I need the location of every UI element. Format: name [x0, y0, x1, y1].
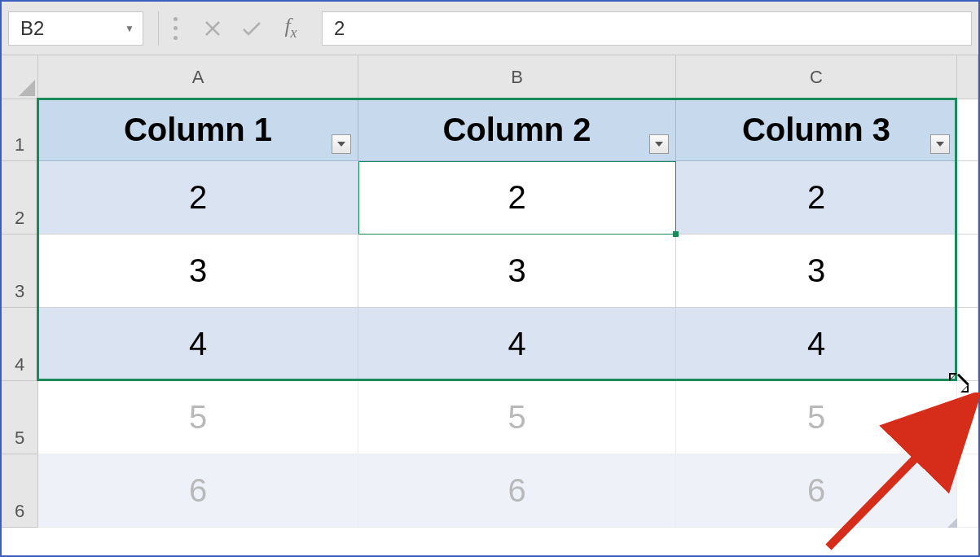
filter-dropdown-col2[interactable] — [649, 134, 669, 154]
column-header-B[interactable]: B — [358, 55, 676, 99]
formula-value: 2 — [334, 17, 345, 40]
formula-bar: B2 ▼ fx 2 — [2, 2, 978, 55]
insert-function-button[interactable]: fx — [271, 11, 310, 46]
cell-A4[interactable]: 4 — [38, 308, 358, 381]
cell-blank[interactable] — [957, 381, 978, 454]
row-header-3[interactable]: 3 — [2, 235, 37, 308]
column-header-blank[interactable] — [957, 55, 978, 99]
cell-blank[interactable] — [957, 454, 978, 528]
cell-blank[interactable] — [957, 235, 978, 308]
cell-A6[interactable]: 6 — [38, 454, 358, 528]
worksheet-grid[interactable]: A B C 1 2 3 4 5 6 Column 1 Column 2 — [2, 55, 978, 555]
table-row: 3 3 3 — [38, 235, 978, 308]
enter-formula-button[interactable] — [232, 11, 271, 46]
cell-value: 3 — [508, 252, 525, 289]
cell-C2[interactable]: 2 — [676, 161, 957, 235]
cell-C6[interactable]: 6 — [676, 454, 957, 528]
header-label: Column 1 — [124, 112, 272, 148]
cell-value: 4 — [508, 326, 525, 362]
filter-dropdown-col1[interactable] — [332, 134, 351, 154]
cell-blank[interactable] — [957, 99, 978, 161]
cell-blank[interactable] — [957, 161, 978, 235]
column-headers: A B C — [38, 55, 978, 99]
filter-dropdown-col3[interactable] — [930, 134, 950, 154]
table-header-col2[interactable]: Column 2 — [358, 99, 676, 161]
cell-value: 5 — [508, 399, 525, 436]
cell-B3[interactable]: 3 — [358, 235, 676, 308]
cell-area[interactable]: Column 1 Column 2 Column 3 2 2 2 — [38, 99, 978, 555]
cell-C3[interactable]: 3 — [676, 235, 957, 308]
check-icon — [241, 20, 262, 37]
cell-value: 6 — [807, 472, 825, 509]
cell-B4[interactable]: 4 — [358, 308, 676, 381]
cell-B2[interactable]: 2 — [358, 161, 676, 235]
cell-value: 2 — [189, 179, 207, 216]
cell-value: 6 — [508, 472, 525, 509]
table-row: 2 2 2 — [38, 161, 978, 235]
cell-A5[interactable]: 5 — [38, 381, 358, 454]
divider — [158, 11, 159, 46]
name-box[interactable]: B2 ▼ — [8, 11, 143, 46]
cell-B6[interactable]: 6 — [358, 454, 676, 528]
cell-value: 3 — [807, 252, 825, 289]
cell-C4[interactable]: 4 — [676, 308, 957, 381]
table-header-col1[interactable]: Column 1 — [38, 99, 358, 161]
table-header-col3[interactable]: Column 3 — [676, 99, 957, 161]
cell-value: 6 — [189, 472, 207, 509]
cancel-formula-button[interactable] — [193, 11, 232, 46]
cell-value: 2 — [508, 179, 525, 216]
header-label: Column 3 — [742, 112, 890, 148]
excel-window: B2 ▼ fx 2 A B C 1 2 3 4 5 — [0, 0, 980, 557]
cell-value: 2 — [807, 179, 825, 216]
fx-icon: fx — [284, 14, 297, 42]
cell-blank[interactable] — [957, 308, 978, 381]
table-row: 4 4 4 — [38, 308, 978, 381]
cell-value: 4 — [807, 326, 825, 362]
row-header-6[interactable]: 6 — [2, 454, 37, 528]
name-box-value: B2 — [20, 17, 44, 40]
grip-dots-icon — [174, 17, 178, 40]
select-all-corner[interactable] — [2, 55, 38, 99]
header-label: Column 2 — [442, 112, 591, 148]
cell-value: 5 — [807, 399, 825, 436]
table-row-ghost: 5 5 5 — [38, 381, 978, 454]
table-row-ghost: 6 6 6 — [38, 454, 978, 528]
cell-C5[interactable]: 5 — [676, 381, 957, 454]
cell-value: 5 — [189, 399, 207, 436]
cell-value: 3 — [189, 252, 207, 289]
chevron-down-icon: ▼ — [125, 23, 134, 34]
cell-B5[interactable]: 5 — [358, 381, 676, 454]
row-header-2[interactable]: 2 — [2, 161, 37, 235]
row-header-5[interactable]: 5 — [2, 381, 37, 454]
column-header-C[interactable]: C — [676, 55, 957, 99]
cell-value: 4 — [189, 326, 207, 362]
table-header-row: Column 1 Column 2 Column 3 — [38, 99, 978, 161]
row-header-1[interactable]: 1 — [2, 99, 37, 161]
row-headers: 1 2 3 4 5 6 — [2, 99, 38, 528]
column-header-A[interactable]: A — [38, 55, 358, 99]
row-header-4[interactable]: 4 — [2, 308, 37, 381]
x-icon — [204, 20, 222, 37]
cell-A2[interactable]: 2 — [38, 161, 358, 235]
cell-A3[interactable]: 3 — [38, 235, 358, 308]
formula-input[interactable]: 2 — [322, 11, 972, 46]
